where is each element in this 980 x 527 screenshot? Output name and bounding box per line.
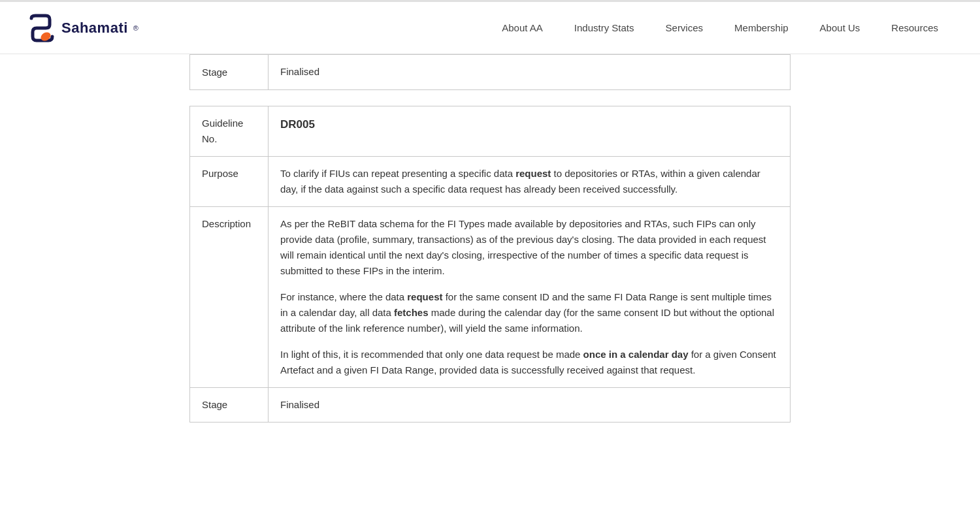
guideline-no-value: DR005: [269, 106, 791, 156]
description-para-2: For instance, where the data request for…: [280, 289, 778, 336]
stage-label-bottom: Stage: [190, 387, 269, 422]
description-row: Description As per the ReBIT data schema…: [190, 206, 791, 387]
logo-text: Sahamati: [61, 20, 128, 37]
nav-industry-stats[interactable]: Industry Stats: [559, 2, 650, 54]
guideline-table: GuidelineNo. DR005 Purpose To clarify if…: [189, 106, 791, 423]
nav-resources[interactable]: Resources: [875, 2, 954, 54]
nav-about-aa[interactable]: About AA: [486, 2, 559, 54]
sahamati-logo-icon: [26, 13, 56, 43]
stage-label-top: Stage: [190, 55, 269, 90]
description-label: Description: [190, 206, 269, 387]
logo[interactable]: Sahamati®: [26, 13, 139, 43]
guideline-no-label: GuidelineNo.: [190, 106, 269, 156]
purpose-value: To clarify if FIUs can repeat presenting…: [269, 156, 791, 206]
main-content: Stage Finalised GuidelineNo. DR005 Purpo…: [163, 54, 817, 464]
stage-value-bottom: Finalised: [269, 387, 791, 422]
nav-services[interactable]: Services: [650, 2, 719, 54]
main-nav: About AA Industry Stats Services Members…: [486, 2, 954, 54]
stage-row-top: Stage Finalised: [190, 55, 791, 90]
purpose-row: Purpose To clarify if FIUs can repeat pr…: [190, 156, 791, 206]
purpose-label: Purpose: [190, 156, 269, 206]
nav-membership[interactable]: Membership: [719, 2, 804, 54]
description-para-1: As per the ReBIT data schema for the FI …: [280, 216, 778, 279]
nav-about-us[interactable]: About Us: [804, 2, 876, 54]
description-value: As per the ReBIT data schema for the FI …: [269, 206, 791, 387]
guideline-no-row: GuidelineNo. DR005: [190, 106, 791, 156]
header: Sahamati® About AA Industry Stats Servic…: [0, 2, 980, 54]
guideline-no-text: DR005: [280, 118, 315, 131]
stage-value-top: Finalised: [269, 55, 791, 90]
logo-reg: ®: [133, 24, 139, 32]
description-para-3: In light of this, it is recommended that…: [280, 347, 778, 378]
stage-row-bottom: Stage Finalised: [190, 387, 791, 422]
stage-table-top: Stage Finalised: [189, 54, 791, 90]
